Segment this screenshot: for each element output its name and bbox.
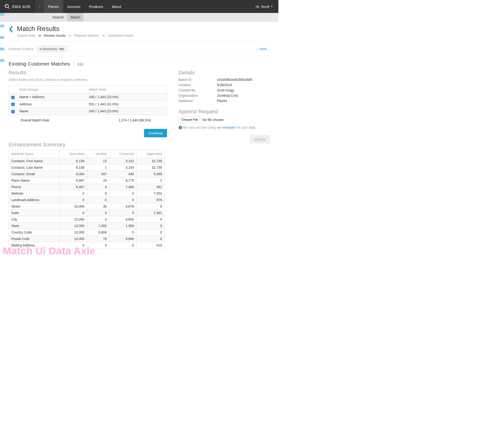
nav-products[interactable]: Products bbox=[85, 0, 108, 13]
results-table: Rule Groups Match Rate ✓ Name + Address … bbox=[9, 86, 167, 115]
more-label: more... bbox=[259, 47, 270, 51]
page-title: Match Results bbox=[17, 25, 59, 33]
info-icon: i bbox=[179, 126, 182, 129]
more-link[interactable]: more... bbox=[255, 47, 270, 51]
drag-handle-icon bbox=[255, 47, 258, 51]
overall-match-rate: Overall Match Rate 1,274 / 1,440 (88.5%) bbox=[9, 115, 167, 122]
choose-file-button[interactable]: Choose File bbox=[179, 117, 200, 123]
subnav-match[interactable]: Match bbox=[67, 13, 84, 21]
subnav-search[interactable]: Search bbox=[49, 13, 67, 21]
chip-value: Yes bbox=[59, 47, 64, 51]
svg-line-1 bbox=[8, 7, 9, 9]
file-input-row: Choose File No file chosen bbox=[179, 117, 270, 123]
chip-key: In Business: bbox=[40, 47, 59, 51]
nav-account[interactable]: Account bbox=[63, 0, 85, 13]
col-match-rate: Match Rate bbox=[86, 86, 167, 94]
table-row: Phone8,49707,489961 bbox=[9, 184, 165, 190]
submit-button[interactable]: Submit bbox=[250, 135, 270, 143]
arrow-right-icon: ➔ bbox=[68, 34, 71, 37]
col-rule-groups: Rule Groups bbox=[17, 86, 86, 94]
brand-dropdown[interactable]: ▼ bbox=[35, 0, 44, 13]
results-hint: Select Rules and click Continue to reque… bbox=[9, 78, 167, 82]
table-row: ✓ Address 591 / 1,440 (41.0%) bbox=[9, 101, 167, 108]
table-row: Contacts: First Name8,158133,19232,739 bbox=[9, 158, 165, 164]
details-heading: Details bbox=[179, 70, 270, 76]
template-info: i Be sure you are using our template for… bbox=[179, 125, 270, 129]
table-row: Landmark Address000879 bbox=[9, 196, 165, 203]
table-row: ✓ Name 343 / 1,440 (23.8%) bbox=[9, 108, 167, 115]
page-body: ❮ Match Results Submit data ➔ Review res… bbox=[0, 22, 278, 258]
nav-about[interactable]: About bbox=[108, 0, 126, 13]
checkbox-icon[interactable]: ✓ bbox=[11, 110, 15, 113]
criteria-row: Contract Criteria: In Business: Yes more… bbox=[9, 45, 270, 56]
results-heading: Results bbox=[9, 70, 167, 76]
template-link[interactable]: our template bbox=[217, 125, 235, 129]
arrow-right-icon: ➔ bbox=[38, 34, 41, 37]
page-header: ❮ Match Results bbox=[9, 25, 270, 33]
magnifier-icon bbox=[4, 4, 10, 9]
topbar: data axle ▼ Places Account Products Abou… bbox=[0, 0, 278, 13]
table-row: Website0007,554 bbox=[9, 190, 165, 196]
table-row: Place Name9,997298,7752 bbox=[9, 177, 165, 184]
bc-request-delivery[interactable]: Request delivery bbox=[74, 34, 99, 37]
table-row: City10,00008,8050 bbox=[9, 216, 165, 222]
created-value: 5/28/2019 bbox=[217, 83, 270, 87]
table-row: State10,0007,4551,3500 bbox=[9, 222, 165, 229]
bc-review-results: Review results bbox=[44, 34, 66, 37]
enhancement-table: Attribute Name Submitted Verified Correc… bbox=[9, 150, 165, 249]
matches-heading: Existing Customer Matches | Edit bbox=[9, 61, 270, 67]
append-heading: Append Request bbox=[179, 108, 270, 115]
table-row: Country Code10,0008,80600 bbox=[9, 229, 165, 235]
batch-id-value: c91d5882ed42f4918af5 bbox=[217, 78, 270, 82]
caret-down-icon bbox=[271, 6, 273, 7]
organization-link[interactable]: Junebug Corp bbox=[217, 94, 270, 97]
criteria-label: Contract Criteria: bbox=[9, 47, 34, 51]
criteria-chip[interactable]: In Business: Yes bbox=[37, 46, 67, 52]
table-row: Mailing Address000915 bbox=[9, 242, 165, 249]
table-row: Contacts: Email8,0842874405,999 bbox=[9, 171, 165, 177]
user-greeting: Hi, Scott bbox=[256, 4, 269, 9]
breadcrumb: Submit data ➔ Review results ➔ Request d… bbox=[17, 34, 270, 37]
table-row: Contacts: Last Name8,15813,20432,739 bbox=[9, 164, 165, 171]
database-value: Places bbox=[217, 99, 270, 103]
table-row: Suite0002,361 bbox=[9, 210, 165, 216]
table-row: Postal Code10,000788,6660 bbox=[9, 235, 165, 242]
table-row: ✓ Name + Address 340 / 1,440 (23.6%) bbox=[9, 94, 167, 101]
back-chevron-icon[interactable]: ❮ bbox=[9, 25, 14, 32]
svg-point-0 bbox=[5, 4, 8, 8]
subnav: Search Match bbox=[0, 13, 278, 22]
checkbox-icon[interactable]: ✓ bbox=[11, 96, 15, 99]
checkbox-icon[interactable]: ✓ bbox=[11, 103, 15, 106]
user-menu[interactable]: Hi, Scott bbox=[250, 4, 278, 9]
bc-submit-data[interactable]: Submit data bbox=[17, 34, 35, 37]
edit-link[interactable]: Edit bbox=[77, 62, 83, 66]
enhancement-heading: Enhancement Summary bbox=[9, 142, 167, 148]
continue-button[interactable]: Continue bbox=[144, 129, 167, 137]
brand-text: data axle bbox=[12, 4, 31, 9]
created-by-value: Scott Grigg bbox=[217, 88, 270, 92]
details-grid: Batch ID: c91d5882ed42f4918af5 Created: … bbox=[179, 78, 270, 103]
brand[interactable]: data axle bbox=[0, 0, 35, 13]
file-status: No file chosen bbox=[202, 118, 224, 122]
bc-download-results[interactable]: Download results bbox=[108, 34, 133, 37]
table-row: Street10,000308,6760 bbox=[9, 203, 165, 210]
nav-places[interactable]: Places bbox=[44, 0, 63, 13]
arrow-right-icon: ➔ bbox=[102, 34, 105, 37]
